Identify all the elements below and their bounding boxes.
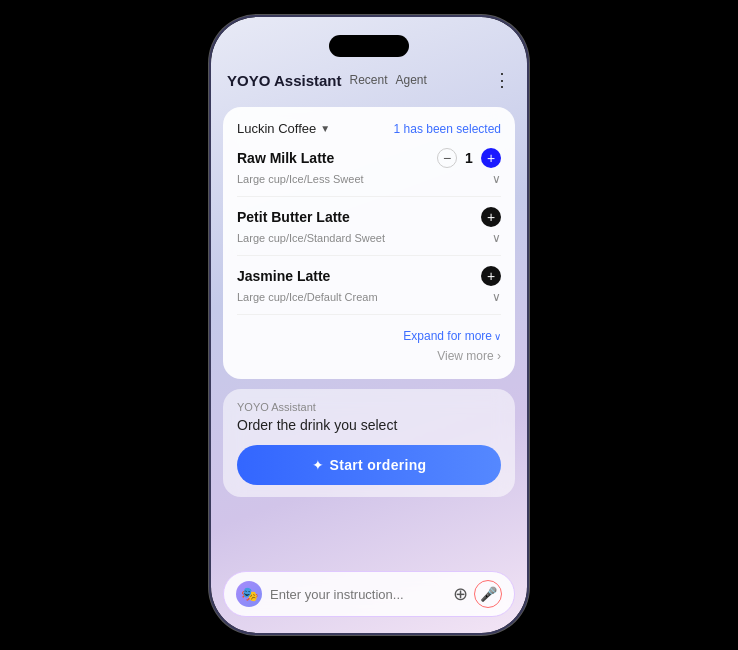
app-header-tabs: Recent Agent xyxy=(349,73,426,87)
drink-detail-row-1: Large cup/Ice/Less Sweet ∨ xyxy=(237,172,501,186)
expand-more-row[interactable]: Expand for more ∨ xyxy=(237,325,501,345)
increase-button-1[interactable]: + xyxy=(481,148,501,168)
volume-down-button[interactable] xyxy=(209,157,210,187)
drink-detail-row-3: Large cup/Ice/Default Cream ∨ xyxy=(237,290,501,304)
decrease-button-1[interactable]: − xyxy=(437,148,457,168)
chat-input[interactable] xyxy=(270,587,447,602)
chat-input-container: 🎭 ⊕ 🎤 xyxy=(223,571,515,617)
dynamic-island xyxy=(329,35,409,57)
drink-name-3: Jasmine Latte xyxy=(237,268,330,284)
tab-recent[interactable]: Recent xyxy=(349,73,387,87)
view-more-row[interactable]: View more › xyxy=(237,345,501,365)
drink-item-2: Petit Butter Latte + Large cup/Ice/Stand… xyxy=(237,207,501,256)
drink-expand-icon-3[interactable]: ∨ xyxy=(492,290,501,304)
drink-detail-1: Large cup/Ice/Less Sweet xyxy=(237,173,364,185)
drink-controls-1: − 1 + xyxy=(437,148,501,168)
view-more-text: View more › xyxy=(437,349,501,363)
drink-name-2: Petit Butter Latte xyxy=(237,209,350,225)
app-title: YOYO Assistant xyxy=(227,72,341,89)
mic-button[interactable]: 🎤 xyxy=(474,580,502,608)
status-bar xyxy=(211,17,527,61)
add-action-icon[interactable]: ⊕ xyxy=(453,583,468,605)
store-dropdown-icon[interactable]: ▼ xyxy=(320,123,330,134)
app-header: YOYO Assistant Recent Agent ⋮ xyxy=(211,61,527,99)
drink-item-1: Raw Milk Latte − 1 + Large cup/Ice/Less … xyxy=(237,148,501,197)
drink-expand-icon-1[interactable]: ∨ xyxy=(492,172,501,186)
tab-agent[interactable]: Agent xyxy=(396,73,427,87)
start-ordering-button[interactable]: ✦ Start ordering xyxy=(237,445,501,485)
assistant-card: YOYO Assistant Order the drink you selec… xyxy=(223,389,515,497)
main-content: Luckin Coffee ▼ 1 has been selected Raw … xyxy=(211,99,527,571)
drink-row-3: Jasmine Latte + xyxy=(237,266,501,286)
store-name-text: Luckin Coffee xyxy=(237,121,316,136)
microphone-icon: 🎤 xyxy=(480,586,497,602)
add-button-2[interactable]: + xyxy=(481,207,501,227)
drink-count-1: 1 xyxy=(463,150,475,166)
expand-more-text: Expand for more xyxy=(403,329,492,343)
card-header: Luckin Coffee ▼ 1 has been selected xyxy=(237,121,501,136)
drink-detail-3: Large cup/Ice/Default Cream xyxy=(237,291,378,303)
drink-detail-2: Large cup/Ice/Standard Sweet xyxy=(237,232,385,244)
drink-name-1: Raw Milk Latte xyxy=(237,150,334,166)
drink-item-3: Jasmine Latte + Large cup/Ice/Default Cr… xyxy=(237,266,501,315)
drinks-card: Luckin Coffee ▼ 1 has been selected Raw … xyxy=(223,107,515,379)
store-name[interactable]: Luckin Coffee ▼ xyxy=(237,121,330,136)
drink-row-1: Raw Milk Latte − 1 + xyxy=(237,148,501,168)
drink-detail-row-2: Large cup/Ice/Standard Sweet ∨ xyxy=(237,231,501,245)
assistant-message: Order the drink you select xyxy=(237,417,501,433)
assistant-label: YOYO Assistant xyxy=(237,401,501,413)
drink-row-2: Petit Butter Latte + xyxy=(237,207,501,227)
drink-expand-icon-2[interactable]: ∨ xyxy=(492,231,501,245)
start-order-icon: ✦ xyxy=(312,457,324,473)
more-options-button[interactable]: ⋮ xyxy=(493,69,511,91)
avatar-icon: 🎭 xyxy=(241,586,258,602)
phone-frame: YOYO Assistant Recent Agent ⋮ Luckin Cof… xyxy=(209,15,529,635)
phone-screen: YOYO Assistant Recent Agent ⋮ Luckin Cof… xyxy=(211,17,527,633)
expand-more-chevron-icon: ∨ xyxy=(494,331,501,342)
start-order-label: Start ordering xyxy=(330,457,427,473)
add-button-3[interactable]: + xyxy=(481,266,501,286)
chat-avatar: 🎭 xyxy=(236,581,262,607)
volume-up-button[interactable] xyxy=(209,117,210,147)
selected-badge: 1 has been selected xyxy=(394,122,501,136)
